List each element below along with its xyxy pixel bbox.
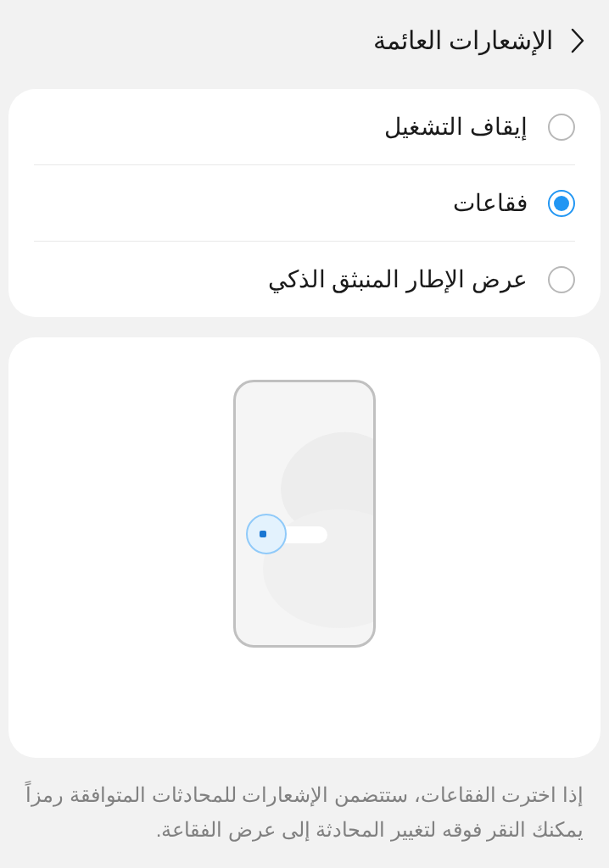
description-text: إذا اخترت الفقاعات، ستتضمن الإشعارات للم… xyxy=(0,758,609,868)
preview-card xyxy=(8,337,601,758)
bubble-icon-illustration xyxy=(246,514,287,554)
option-off[interactable]: إيقاف التشغيل xyxy=(8,89,601,164)
option-bubbles-label: فقاعات xyxy=(453,189,528,217)
radio-bubbles[interactable] xyxy=(548,190,575,217)
header: الإشعارات العائمة xyxy=(0,0,609,81)
options-card: إيقاف التشغيل فقاعات عرض الإطار المنبثق … xyxy=(8,89,601,317)
back-button[interactable] xyxy=(570,28,585,53)
phone-mockup-illustration xyxy=(233,380,376,648)
radio-off[interactable] xyxy=(548,114,575,141)
option-smart-popup-label: عرض الإطار المنبثق الذكي xyxy=(268,265,528,293)
page-title: الإشعارات العائمة xyxy=(373,25,553,55)
option-bubbles[interactable]: فقاعات xyxy=(8,165,601,241)
chevron-right-icon xyxy=(570,28,585,53)
radio-smart-popup[interactable] xyxy=(548,266,575,293)
option-off-label: إيقاف التشغيل xyxy=(384,113,528,141)
option-smart-popup[interactable]: عرض الإطار المنبثق الذكي xyxy=(8,242,601,317)
